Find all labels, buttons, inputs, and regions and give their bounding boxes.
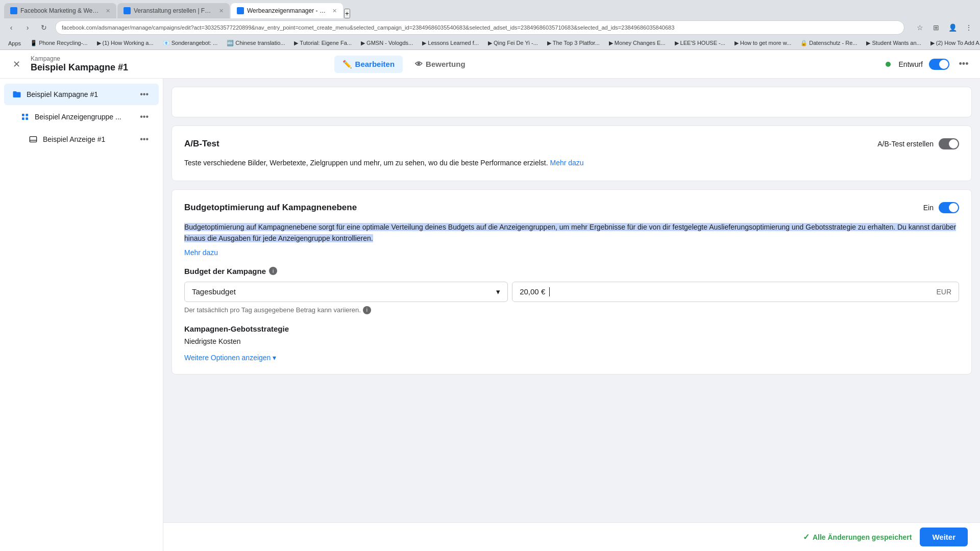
budget-opt-description: Budgetoptimierung auf Kampagnenebene sor…: [184, 221, 959, 244]
address-bar-row: ‹ › ↻ facebook.com/adsmanager/manage/cam…: [0, 18, 980, 37]
sidebar-ad-label: Beispiel Anzeige #1: [43, 135, 133, 143]
tab-3-label: Werbeanzeigenmanager - Wer...: [247, 7, 327, 14]
extensions-button[interactable]: ⊞: [929, 20, 943, 35]
publish-toggle[interactable]: [929, 59, 949, 70]
budget-amount-value: 20,00 €: [520, 287, 545, 296]
app: ✕ Kampagne Beispiel Kampagne #1 ✏️ Bearb…: [0, 50, 980, 551]
tab-2-label: Veranstaltung erstellen | Face...: [134, 7, 214, 14]
review-label: Bewertung: [426, 60, 465, 68]
bookmark-3[interactable]: 📧 Sonderangebot: ...: [159, 39, 222, 47]
status-dot-icon: [886, 62, 891, 67]
next-button[interactable]: Weiter: [920, 528, 968, 546]
campaign-label: Kampagne: [31, 55, 128, 62]
ab-test-card: A/B-Test A/B-Test erstellen Teste versch…: [172, 126, 972, 181]
sidebar-campaign-more[interactable]: •••: [138, 89, 151, 100]
bookmarks-bar: Apps 📱 Phone Recycling-... ▶ (1) How Wor…: [0, 37, 980, 50]
bookmark-13[interactable]: 🔒 Datenschutz - Re...: [796, 39, 861, 47]
edit-label: Bearbeiten: [355, 60, 395, 68]
new-tab-button[interactable]: +: [344, 9, 350, 18]
more-options-button[interactable]: Weitere Optionen anzeigen ▾: [184, 354, 276, 362]
bookmark-4[interactable]: 🔤 Chinese translatio...: [223, 39, 289, 47]
edit-button[interactable]: ✏️ Bearbeiten: [334, 56, 403, 73]
budget-note-info-icon[interactable]: i: [363, 306, 371, 314]
bookmark-15[interactable]: ▶ (2) How To Add A...: [926, 39, 980, 47]
sidebar-item-adgroup[interactable]: Beispiel Anzeigengruppe ... •••: [4, 106, 159, 128]
tab-3[interactable]: Werbeanzeigenmanager - Wer... ✕: [231, 3, 343, 18]
eye-icon: 👁: [415, 60, 423, 68]
budget-opt-toggle[interactable]: [939, 202, 959, 213]
budget-optimization-card: Budgetoptimierung auf Kampagnenebene Ein…: [172, 189, 972, 374]
main-content: Beispiel Kampagne #1 ••• Beispiel Anzeig…: [0, 79, 980, 551]
bookmark-5[interactable]: ▶ Tutorial: Eigene Fa...: [290, 39, 356, 47]
review-button[interactable]: 👁 Bewertung: [407, 56, 474, 73]
ab-test-toggle-row: A/B-Test erstellen: [877, 138, 959, 149]
tab-2[interactable]: Veranstaltung erstellen | Face... ✕: [117, 3, 230, 18]
nav-buttons: ‹ › ↻: [4, 20, 51, 35]
budget-note-text: Der tatsächlich pro Tag ausgegebene Betr…: [184, 306, 361, 314]
campaign-budget-label-row: Budget der Kampagne i: [184, 267, 959, 276]
dropdown-chevron-icon: ▾: [496, 287, 500, 296]
bookmark-2[interactable]: ▶ (1) How Working a...: [93, 39, 158, 47]
menu-button[interactable]: ⋮: [962, 20, 976, 35]
budget-info-icon[interactable]: i: [269, 267, 277, 275]
budget-type-value: Tagesbudget: [192, 287, 236, 296]
sidebar-campaign-label: Beispiel Kampagne #1: [27, 90, 133, 98]
bookmark-10[interactable]: ▶ Money Changes E...: [605, 39, 670, 47]
bottom-bar: ✓ Alle Änderungen gespeichert Weiter: [163, 522, 980, 551]
top-placeholder-card: [172, 87, 972, 117]
svg-rect-1: [26, 114, 28, 116]
checkmark-icon: ✓: [803, 532, 810, 542]
budget-opt-more-link[interactable]: Mehr dazu: [184, 248, 959, 257]
bookmark-14[interactable]: ▶ Student Wants an...: [862, 39, 925, 47]
header-center-actions: ✏️ Bearbeiten 👁 Bewertung: [334, 56, 474, 73]
bidding-strategy-label: Kampagnen-Gebotsstrategie: [184, 324, 959, 333]
bookmark-9[interactable]: ▶ The Top 3 Platfor...: [543, 39, 604, 47]
saved-text: Alle Änderungen gespeichert: [813, 533, 912, 541]
bookmark-6[interactable]: ▶ GMSN - Vologds...: [357, 39, 417, 47]
browser-actions: ☆ ⊞ 👤 ⋮: [913, 20, 976, 35]
pencil-icon: ✏️: [342, 60, 352, 69]
ab-test-more-link[interactable]: Mehr dazu: [550, 159, 583, 167]
sidebar-ad-more[interactable]: •••: [138, 134, 151, 145]
svg-rect-2: [22, 117, 24, 120]
profile-button[interactable]: 👤: [945, 20, 960, 35]
svg-rect-4: [30, 137, 36, 142]
tab-1-close[interactable]: ✕: [106, 8, 110, 14]
bookmark-12[interactable]: ▶ How to get more w...: [730, 39, 795, 47]
reload-button[interactable]: ↻: [37, 20, 51, 35]
ab-test-header: A/B-Test A/B-Test erstellen: [184, 138, 959, 149]
sidebar-adgroup-label: Beispiel Anzeigengruppe ...: [35, 113, 133, 121]
tab-bar: Facebook Marketing & Werb... ✕ Veranstal…: [0, 0, 980, 18]
budget-type-dropdown[interactable]: Tagesbudget ▾: [184, 282, 508, 302]
svg-rect-3: [26, 117, 28, 120]
more-options-header-button[interactable]: •••: [955, 56, 972, 72]
tab-2-close[interactable]: ✕: [219, 8, 224, 14]
forward-button[interactable]: ›: [20, 20, 35, 35]
ab-test-toggle[interactable]: [939, 138, 959, 149]
bookmark-1[interactable]: 📱 Phone Recycling-...: [26, 39, 91, 47]
sidebar-item-ad[interactable]: Beispiel Anzeige #1 •••: [4, 129, 159, 150]
close-campaign-button[interactable]: ✕: [8, 56, 24, 72]
address-bar[interactable]: facebook.com/adsmanager/manage/campaigns…: [55, 20, 904, 35]
budget-amount-input[interactable]: 20,00 € EUR: [512, 282, 959, 302]
bookmark-11[interactable]: ▶ LEE'S HOUSE -...: [671, 39, 729, 47]
header-right: Entwurf •••: [886, 56, 972, 72]
campaign-budget-label: Budget der Kampagne: [184, 267, 266, 276]
back-button[interactable]: ‹: [4, 20, 18, 35]
bookmark-7[interactable]: ▶ Lessons Learned f...: [418, 39, 483, 47]
ab-test-title: A/B-Test: [184, 139, 219, 149]
bookmark-star-button[interactable]: ☆: [913, 20, 927, 35]
tab-1[interactable]: Facebook Marketing & Werb... ✕: [4, 3, 116, 18]
sidebar-adgroup-more[interactable]: •••: [138, 111, 151, 122]
ad-image-icon: [29, 135, 38, 144]
tab-1-label: Facebook Marketing & Werb...: [20, 7, 101, 14]
tab-3-close[interactable]: ✕: [332, 8, 337, 14]
header-campaign-info: Kampagne Beispiel Kampagne #1: [31, 55, 128, 73]
sidebar-item-campaign[interactable]: Beispiel Kampagne #1 •••: [4, 84, 159, 105]
bookmark-8[interactable]: ▶ Qing Fei De Yi -...: [484, 39, 542, 47]
bookmark-apps[interactable]: Apps: [4, 39, 25, 47]
budget-opt-header: Budgetoptimierung auf Kampagnenebene Ein: [184, 202, 959, 213]
campaign-folder-icon: [12, 90, 21, 99]
sidebar: Beispiel Kampagne #1 ••• Beispiel Anzeig…: [0, 79, 163, 551]
campaign-name: Beispiel Kampagne #1: [31, 62, 128, 73]
